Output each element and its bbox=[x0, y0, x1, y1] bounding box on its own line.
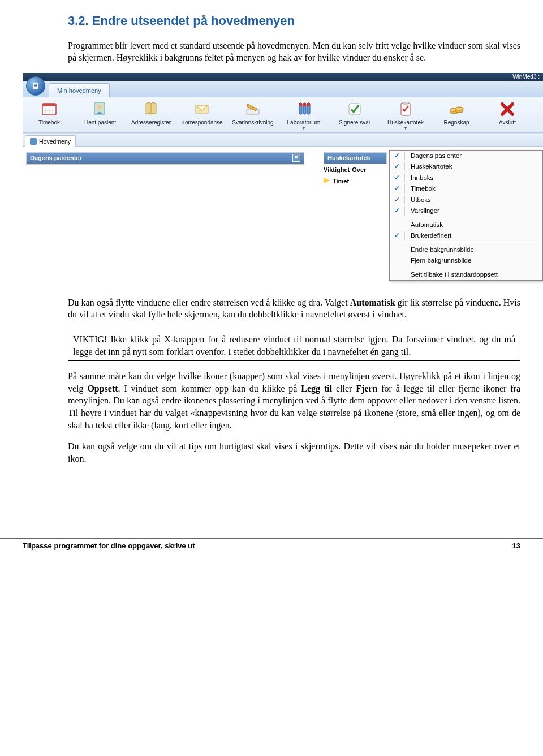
check-icon: ✓ bbox=[390, 152, 405, 161]
ctx-item-timebok[interactable]: ✓Timebok bbox=[390, 183, 542, 195]
toolbar-label: Huskekartotek bbox=[380, 119, 431, 127]
row-timet: Timet bbox=[324, 177, 349, 186]
check-icon: ✓ bbox=[390, 174, 405, 183]
tab-strip: Min hovedmeny bbox=[23, 81, 543, 97]
book-icon bbox=[141, 100, 161, 117]
chevron-down-icon: ▼ bbox=[278, 126, 329, 131]
svg-rect-21 bbox=[403, 102, 408, 105]
orb-button[interactable] bbox=[26, 76, 45, 96]
important-callout: VIKTIG! Ikke klikk på X-knappen for å re… bbox=[68, 330, 520, 361]
ctx-label: Brukerdefinert bbox=[405, 231, 451, 240]
svg-rect-17 bbox=[303, 103, 306, 106]
svg-rect-1 bbox=[34, 84, 37, 85]
ctx-label: Endre bakgrunnsbilde bbox=[405, 246, 474, 255]
toolbar-label: Korrespondanse bbox=[176, 119, 227, 127]
ctx-item-dagens-pasienter[interactable]: ✓Dagens pasienter bbox=[390, 151, 542, 162]
panel-header[interactable]: Dagens pasienter ✕ bbox=[27, 153, 304, 164]
workspace-tab-icon bbox=[30, 138, 37, 145]
ctx-item-automatisk[interactable]: Automatisk bbox=[390, 220, 542, 231]
workspace-tab-row: Hovedmeny bbox=[23, 134, 543, 147]
calendar-icon bbox=[40, 100, 59, 117]
toolbar-signere-svar[interactable]: Signere svar bbox=[329, 100, 380, 131]
panel-huskekartotek: Huskekartotek bbox=[324, 152, 387, 164]
toolbar-timebok[interactable]: Timebok bbox=[24, 100, 75, 131]
ctx-label: Varslinger bbox=[405, 207, 439, 216]
pencil-icon bbox=[243, 100, 262, 117]
page-footer: Tilpasse programmet for dine oppgaver, s… bbox=[0, 538, 543, 551]
ctx-item-huskekartotek[interactable]: ✓Huskekartotek bbox=[390, 161, 542, 173]
orb-icon bbox=[31, 81, 40, 91]
main-tab[interactable]: Min hovedmeny bbox=[49, 83, 110, 97]
check-icon bbox=[345, 100, 364, 117]
ctx-label: Utboks bbox=[405, 196, 431, 205]
ctx-label: Sett tilbake til standardoppsett bbox=[405, 270, 498, 280]
toolbar-korrespondanse[interactable]: Korrespondanse bbox=[176, 100, 227, 131]
body-text-2: Du kan også flytte vinduene eller endre … bbox=[68, 297, 520, 465]
envelope-icon bbox=[192, 100, 212, 117]
titlebar: WinMed3 : bbox=[23, 73, 543, 81]
workspace-tab-label: Hovedmeny bbox=[39, 138, 71, 145]
toolbar-label: Adresseregister bbox=[126, 119, 176, 127]
paragraph-1: Programmet blir levert med et standard u… bbox=[68, 40, 520, 64]
svg-rect-12 bbox=[247, 110, 259, 114]
footer-page-number: 13 bbox=[512, 541, 520, 551]
panel-header[interactable]: Huskekartotek bbox=[324, 153, 386, 164]
ctx-label: Innboks bbox=[405, 174, 433, 183]
toolbar-laboratorium[interactable]: Laboratorium▼ bbox=[278, 100, 329, 131]
toolbar-huskekartotek[interactable]: Huskekartotek▼ bbox=[380, 100, 431, 131]
ctx-item-innboks[interactable]: ✓Innboks bbox=[390, 173, 542, 184]
close-red-icon bbox=[498, 100, 517, 117]
svg-rect-2 bbox=[34, 85, 37, 87]
app-title: WinMed3 : bbox=[512, 73, 543, 81]
toolbar-adresseregister[interactable]: Adresseregister bbox=[126, 100, 176, 131]
ctx-item-brukerdefinert[interactable]: ✓Brukerdefinert bbox=[390, 230, 542, 242]
panel-title: Dagens pasienter bbox=[30, 154, 82, 162]
flag-icon bbox=[324, 178, 330, 184]
col-viktighet: Viktighet bbox=[324, 166, 350, 174]
svg-point-10 bbox=[97, 105, 102, 109]
section-heading: 3.2. Endre utseendet på hovedmenyen bbox=[68, 12, 520, 29]
ctx-label: Fjern bakgrunnsbilde bbox=[405, 256, 471, 265]
panel-dagens-pasienter: Dagens pasienter ✕ bbox=[26, 152, 304, 165]
ribbon-toolbar: TimebokHent pasientAdresseregisterKorres… bbox=[23, 97, 543, 133]
paragraph-4: Du kan også velge om du vil at tips om h… bbox=[68, 440, 520, 465]
check-icon: ✓ bbox=[390, 184, 405, 194]
ctx-item-fjern-bakgrunnsbilde[interactable]: Fjern bakgrunnsbilde bbox=[390, 255, 542, 267]
check-icon: ✓ bbox=[390, 231, 405, 240]
close-icon[interactable]: ✕ bbox=[292, 154, 300, 162]
col-over: Over bbox=[352, 166, 366, 174]
check-icon: ✓ bbox=[390, 162, 405, 171]
toolbar-label: Svarinnskrivning bbox=[227, 119, 278, 127]
toolbar-label: Timebok bbox=[24, 119, 75, 127]
toolbar-hent-pasient[interactable]: Hent pasient bbox=[75, 100, 126, 131]
context-menu[interactable]: ✓Dagens pasienter✓Huskekartotek✓Innboks✓… bbox=[389, 150, 543, 281]
chevron-down-icon: ▼ bbox=[380, 126, 431, 131]
workspace-body: Dagens pasienter ✕ Huskekartotek Viktigh… bbox=[23, 147, 543, 268]
toolbar-label: Laboratorium bbox=[278, 119, 329, 127]
svg-rect-16 bbox=[299, 103, 302, 106]
toolbar-regnskap[interactable]: Regnskap bbox=[431, 100, 482, 131]
toolbar-svarinnskrivning[interactable]: Svarinnskrivning bbox=[227, 100, 278, 131]
ctx-label: Automatisk bbox=[405, 221, 443, 230]
toolbar-label: Avslutt bbox=[482, 119, 533, 127]
person-icon bbox=[90, 100, 110, 117]
svg-rect-4 bbox=[42, 104, 56, 106]
ctx-label: Huskekartotek bbox=[405, 162, 453, 171]
workspace-tab[interactable]: Hovedmeny bbox=[25, 135, 76, 147]
ctx-label: Timebok bbox=[405, 184, 436, 194]
body-text: Programmet blir levert med et standard u… bbox=[68, 40, 520, 64]
check-icon: ✓ bbox=[390, 196, 405, 205]
ctx-item-endre-bakgrunnsbilde[interactable]: Endre bakgrunnsbilde bbox=[390, 244, 542, 256]
toolbar-label: Hent pasient bbox=[75, 119, 126, 127]
toolbar-avslutt[interactable]: Avslutt bbox=[482, 100, 533, 131]
check-icon: ✓ bbox=[390, 207, 405, 216]
ctx-item-utboks[interactable]: ✓Utboks bbox=[390, 195, 542, 206]
coins-icon bbox=[447, 100, 466, 117]
ctx-label: Dagens pasienter bbox=[405, 152, 462, 161]
app-screenshot: WinMed3 : Min hovedmeny TimebokHent pasi… bbox=[23, 73, 543, 268]
svg-point-25 bbox=[455, 107, 463, 110]
row-label: Timet bbox=[333, 177, 349, 186]
ctx-item-varslinger[interactable]: ✓Varslinger bbox=[390, 205, 542, 217]
ctx-item-sett-tilbake-til-standardoppsett[interactable]: Sett tilbake til standardoppsett bbox=[390, 269, 542, 281]
paragraph-2: Du kan også flytte vinduene eller endre … bbox=[68, 297, 520, 321]
